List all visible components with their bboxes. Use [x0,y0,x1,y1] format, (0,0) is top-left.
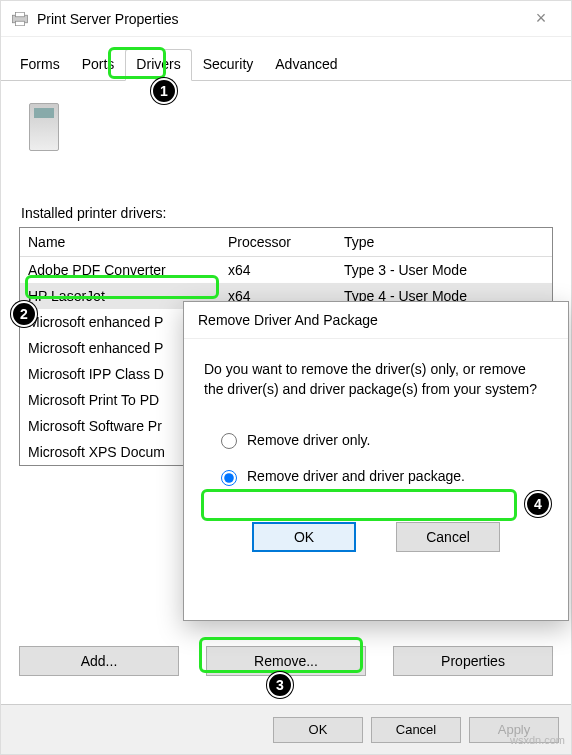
tab-strip: Forms Ports Drivers Security Advanced [1,37,571,81]
radio-input[interactable] [221,433,237,449]
add-button[interactable]: Add... [19,646,179,676]
callout-4: 4 [525,491,551,517]
tab-drivers[interactable]: Drivers [125,49,191,81]
tab-advanced[interactable]: Advanced [264,49,348,80]
callout-2: 2 [11,301,37,327]
ok-button[interactable]: OK [273,717,363,743]
tab-security[interactable]: Security [192,49,265,80]
radio-group: Remove driver only. Remove driver and dr… [210,422,542,495]
tab-forms[interactable]: Forms [9,49,71,80]
titlebar: Print Server Properties × [1,1,571,37]
watermark: wsxdn.com [510,734,565,746]
radio-remove-driver-only[interactable]: Remove driver only. [210,422,542,458]
callout-1: 1 [151,78,177,104]
remove-button[interactable]: Remove... [206,646,366,676]
col-processor[interactable]: Processor [220,228,336,256]
svg-rect-2 [16,21,25,26]
dialog-body: Do you want to remove the driver(s) only… [184,339,568,562]
callout-3: 3 [267,672,293,698]
properties-button[interactable]: Properties [393,646,553,676]
dialog-message: Do you want to remove the driver(s) only… [204,359,548,400]
radio-label: Remove driver only. [247,430,370,450]
col-name[interactable]: Name [20,228,220,256]
cancel-button[interactable]: Cancel [371,717,461,743]
server-icon [29,103,59,151]
dialog-buttons: OK Cancel [204,522,548,552]
col-type[interactable]: Type [336,228,552,256]
section-label: Installed printer drivers: [21,205,553,221]
radio-label: Remove driver and driver package. [247,466,465,486]
printer-icon [11,12,29,26]
radio-remove-driver-and-package[interactable]: Remove driver and driver package. [210,458,542,494]
dialog-ok-button[interactable]: OK [252,522,356,552]
cell-name: Adobe PDF Converter [20,259,220,281]
window-title: Print Server Properties [37,11,521,27]
svg-rect-1 [16,12,25,17]
radio-input[interactable] [221,470,237,486]
table-header: Name Processor Type [20,228,552,257]
driver-actions: Add... Remove... Properties [19,646,553,676]
close-icon[interactable]: × [521,8,561,29]
cell-type: Type 3 - User Mode [336,259,552,281]
table-row[interactable]: Adobe PDF Converter x64 Type 3 - User Mo… [20,257,552,283]
print-server-properties-window: Print Server Properties × Forms Ports Dr… [0,0,572,755]
dialog-title: Remove Driver And Package [184,302,568,339]
dialog-footer: OK Cancel Apply [1,704,571,754]
dialog-cancel-button[interactable]: Cancel [396,522,500,552]
cell-proc: x64 [220,259,336,281]
remove-driver-dialog: Remove Driver And Package Do you want to… [183,301,569,621]
tab-ports[interactable]: Ports [71,49,126,80]
